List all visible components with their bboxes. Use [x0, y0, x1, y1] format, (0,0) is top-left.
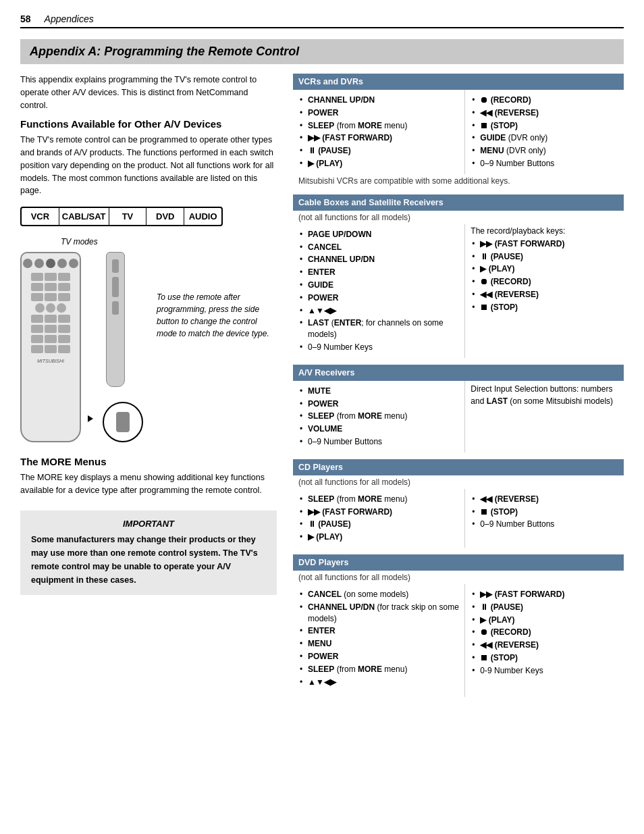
cable-right-cell: The record/playback keys: ▶▶ (FAST FORWA… [465, 224, 624, 358]
more-menus-title: The MORE Menus [20, 456, 277, 467]
dvd-left-list: CANCEL (on some models) CHANNEL UP/DN (f… [298, 589, 459, 687]
appendix-title: Appendix A: Programming the Remote Contr… [20, 39, 624, 64]
tv-modes-label: TV modes [61, 237, 98, 246]
cd-header: CD Players [293, 459, 624, 475]
cd-right-list: ◀◀ (REVERSE) ⏹ (STOP) 0–9 Number Buttons [471, 494, 618, 530]
switch-dvd: DVD [146, 208, 184, 225]
remote-button-rows [26, 273, 76, 353]
switch-bar: VCR CABL/SAT TV DVD AUDIO [20, 207, 223, 226]
av-right-cell: Direct Input Selection buttons: numbers … [465, 381, 624, 452]
functions-title: Functions Available for Other A/V Device… [20, 118, 277, 130]
av-receivers-table: A/V Receivers MUTE POWER SLEEP (from MOR… [293, 365, 624, 452]
more-menus-section: The MORE Menus The MORE key displays a m… [20, 456, 277, 497]
circle-indicator [103, 402, 143, 442]
vcrs-left-cell: CHANNEL UP/DN POWER SLEEP (from MORE men… [293, 90, 465, 174]
switch-audio: AUDIO [184, 208, 221, 225]
vcrs-dvrs-header: VCRs and DVRs [293, 74, 624, 90]
cd-left-cell: SLEEP (from MORE menu) ▶▶ (FAST FORWARD)… [293, 489, 465, 548]
av-header: A/V Receivers [293, 365, 624, 381]
vcrs-right-cell: ⏺ (RECORD) ◀◀ (REVERSE) ⏹ (STOP) GUIDE (… [465, 90, 624, 174]
left-column: This appendix explains programming the T… [20, 74, 277, 704]
side-remote [106, 252, 125, 387]
page-number: 58 [20, 14, 31, 24]
cd-left-list: SLEEP (from MORE menu) ▶▶ (FAST FORWARD)… [298, 494, 459, 543]
cable-header: Cable Boxes and Satellite Receivers [293, 194, 624, 211]
more-menus-body: The MORE key displays a menu showing add… [20, 471, 277, 497]
av-left-cell: MUTE POWER SLEEP (from MORE menu) VOLUME… [293, 381, 465, 452]
switch-vcr: VCR [22, 208, 59, 225]
dvd-players-table: DVD Players (not all functions for all m… [293, 554, 624, 697]
intro-text: This appendix explains programming the T… [20, 74, 277, 111]
important-box: IMPORTANT Some manufacturers may change … [20, 511, 277, 595]
dvd-header: DVD Players [293, 554, 624, 571]
switch-tv: TV [109, 208, 147, 225]
vcrs-dvrs-table: VCRs and DVRs CHANNEL UP/DN POWER SLEEP … [293, 74, 624, 188]
cable-right-list: ▶▶ (FAST FORWARD) ⏸ (PAUSE) ▶ (PLAY) ⏺ (… [471, 238, 618, 313]
vcrs-note: Mitsubishi VCRs are compatible with some… [293, 174, 624, 188]
remote-illustration: VCR CABL/SAT TV DVD AUDIO TV modes [20, 207, 277, 442]
dvd-note: (not all functions for all models) [293, 571, 624, 584]
switch-cablsat: CABL/SAT [59, 208, 109, 225]
important-text: Some manufacturers may change their prod… [31, 533, 266, 587]
dvd-left-cell: CANCEL (on some models) CHANNEL UP/DN (f… [293, 584, 465, 697]
remote-logo: MITSUBISHI [37, 359, 64, 363]
cable-left-cell: PAGE UP/DOWN CANCEL CHANNEL UP/DN ENTER … [293, 224, 465, 358]
page-header: 58 Appendices [20, 14, 624, 28]
vcrs-right-list: ⏺ (RECORD) ◀◀ (REVERSE) ⏹ (STOP) GUIDE (… [471, 95, 618, 170]
page: 58 Appendices Appendix A: Programming th… [0, 0, 644, 834]
functions-body: The TV's remote control can be programme… [20, 134, 277, 197]
remote-top-row [23, 259, 78, 268]
dvd-right-cell: ▶▶ (FAST FORWARD) ⏸ (PAUSE) ▶ (PLAY) ⏺ (… [465, 584, 624, 697]
page-section: Appendices [45, 14, 94, 24]
dvd-right-list: ▶▶ (FAST FORWARD) ⏸ (PAUSE) ▶ (PLAY) ⏺ (… [471, 589, 618, 677]
cable-left-list: PAGE UP/DOWN CANCEL CHANNEL UP/DN ENTER … [298, 229, 459, 353]
important-title: IMPORTANT [31, 519, 266, 529]
vcrs-left-list: CHANNEL UP/DN POWER SLEEP (from MORE men… [298, 95, 459, 170]
cd-players-table: CD Players (not all functions for all mo… [293, 459, 624, 548]
main-content: This appendix explains programming the T… [20, 74, 624, 704]
cd-right-cell: ◀◀ (REVERSE) ⏹ (STOP) 0–9 Number Buttons [465, 489, 624, 548]
cable-boxes-table: Cable Boxes and Satellite Receivers (not… [293, 194, 624, 358]
right-column: VCRs and DVRs CHANNEL UP/DN POWER SLEEP … [293, 74, 624, 704]
av-left-list: MUTE POWER SLEEP (from MORE menu) VOLUME… [298, 386, 459, 448]
remote-caption: To use the remote after programming, pre… [157, 291, 277, 340]
remote-body: MITSUBISHI [20, 252, 81, 442]
cable-note: (not all functions for all models) [293, 211, 624, 224]
cd-note: (not all functions for all models) [293, 475, 624, 489]
